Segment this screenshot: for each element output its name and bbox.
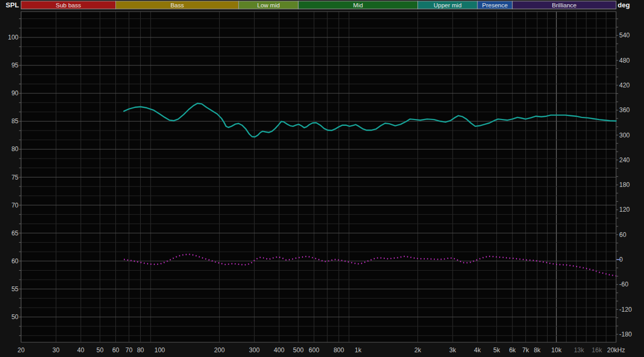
y-right-tick-label: -120 bbox=[619, 306, 632, 313]
y-right-tick-label: -60 bbox=[619, 281, 629, 288]
x-tick-label: 6k bbox=[509, 346, 516, 354]
x-tick-label: 800 bbox=[334, 346, 344, 354]
x-tick-label: 600 bbox=[309, 346, 319, 354]
frequency-band-strip: Sub bassBassLow midMidUpper midPresenceB… bbox=[21, 1, 616, 9]
y-right-tick-label: 60 bbox=[619, 231, 627, 239]
x-tick-label: 13k bbox=[574, 346, 584, 354]
x-tick-label: 5k bbox=[493, 346, 501, 354]
y-left-tick-label: 55 bbox=[12, 285, 19, 293]
x-tick-label: 50 bbox=[96, 346, 104, 354]
y-right-tick-label: 360 bbox=[619, 106, 630, 114]
x-tick-label: 16k bbox=[592, 346, 602, 354]
band-label: Mid bbox=[353, 2, 363, 8]
y-right-tick-label: 300 bbox=[619, 132, 630, 139]
y-left-tick-label: 80 bbox=[12, 145, 19, 153]
band-label: Sub bass bbox=[56, 2, 81, 8]
y-left-tick-label: 60 bbox=[12, 257, 19, 265]
x-tick-label: 200 bbox=[214, 346, 225, 354]
x-tick-label: 300 bbox=[249, 346, 260, 354]
x-tick-label: 2k bbox=[414, 346, 422, 354]
right-axis-title: deg bbox=[618, 1, 630, 9]
x-tick-label: 20 bbox=[17, 346, 25, 354]
band-label: Brilliance bbox=[552, 2, 577, 8]
x-tick-label: 400 bbox=[274, 346, 285, 354]
x-tick-label: 3k bbox=[450, 346, 457, 354]
y-right-tick-label: 180 bbox=[619, 181, 630, 189]
y-left-tick-label: 70 bbox=[12, 202, 19, 209]
x-tick-label: 60 bbox=[112, 346, 120, 354]
y-right-tick-label: -180 bbox=[619, 331, 632, 338]
x-tick-label: 70 bbox=[125, 346, 133, 354]
frequency-response-chart-window: SPL deg Sub bassBassLow midMidUpper midP… bbox=[0, 0, 644, 357]
y-right-tick-label: 540 bbox=[619, 32, 630, 39]
y-left-tick-label: 90 bbox=[12, 90, 19, 97]
frequency-response-chart: SPL deg Sub bassBassLow midMidUpper midP… bbox=[0, 0, 644, 357]
y-left-tick-label: 100 bbox=[8, 34, 18, 41]
x-tick-label: 20kHz bbox=[607, 346, 625, 354]
y-left-tick-label: 95 bbox=[12, 62, 19, 69]
y-right-tick-label: 480 bbox=[619, 57, 630, 64]
y-right-tick-label: 240 bbox=[619, 156, 630, 164]
y-right-tick-label: 420 bbox=[619, 82, 630, 89]
x-tick-label: 40 bbox=[77, 346, 85, 354]
band-label: Upper mid bbox=[434, 2, 462, 8]
x-tick-label: 4k bbox=[474, 346, 482, 354]
x-tick-label: 8k bbox=[534, 346, 541, 354]
y-left-tick-label: 50 bbox=[12, 313, 19, 321]
y-left-tick-label: 85 bbox=[12, 117, 19, 125]
x-tick-label: 30 bbox=[53, 346, 60, 354]
band-label: Low mid bbox=[257, 2, 280, 8]
band-label: Bass bbox=[170, 2, 184, 8]
x-tick-label: 500 bbox=[293, 346, 304, 354]
left-axis-title: SPL bbox=[6, 1, 19, 9]
x-tick-label: 7k bbox=[522, 346, 530, 354]
y-left-tick-label: 75 bbox=[12, 174, 19, 181]
y-left-tick-label: 65 bbox=[12, 230, 19, 237]
band-label: Presence bbox=[482, 2, 508, 8]
x-tick-label: 10k bbox=[551, 346, 562, 354]
y-right-tick-label: 120 bbox=[619, 206, 630, 213]
x-tick-label: 1k bbox=[355, 346, 362, 354]
x-tick-label: 100 bbox=[154, 346, 165, 354]
x-tick-label: 80 bbox=[137, 346, 144, 354]
